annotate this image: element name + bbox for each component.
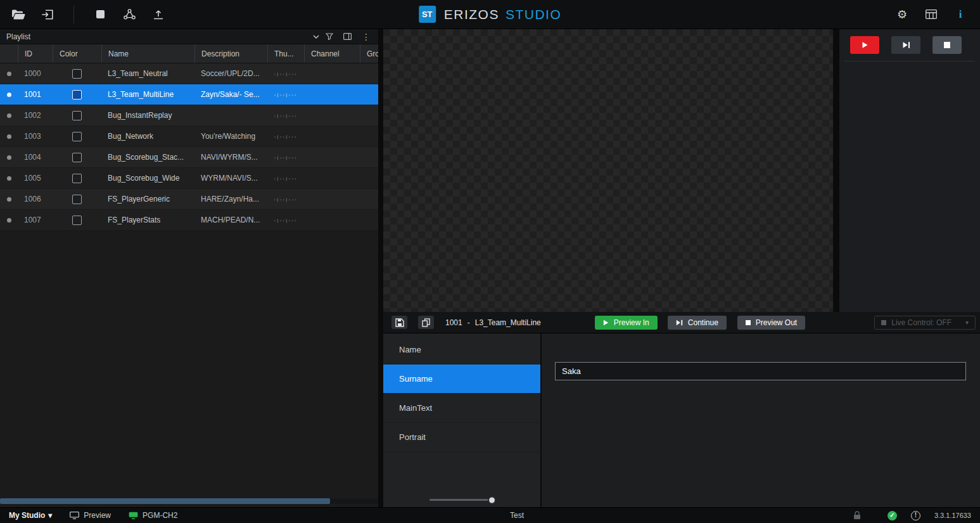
- column-header-grou[interactable]: Grou...: [360, 44, 378, 63]
- property-item-label: Surname: [399, 374, 433, 384]
- playlist-selector[interactable]: Playlist: [6, 32, 326, 41]
- copy-button[interactable]: [418, 316, 434, 329]
- row-color-checkbox[interactable]: [72, 174, 82, 183]
- upload-button[interactable]: [150, 6, 167, 23]
- table-row[interactable]: 1001 L3_Team_MultiLine Zayn/Saka/- Se...…: [0, 84, 378, 105]
- stop-icon: [746, 320, 751, 325]
- row-color-checkbox[interactable]: [72, 153, 82, 162]
- slider-track[interactable]: [430, 499, 494, 501]
- preview-channel-indicator[interactable]: Preview: [70, 511, 111, 520]
- row-id: 1000: [18, 63, 53, 84]
- statusbar: My Studio ▾ Preview PGM-CH2 Test: [0, 507, 980, 523]
- property-value-input[interactable]: [555, 362, 966, 380]
- filter-button[interactable]: [326, 33, 333, 40]
- property-item-name[interactable]: Name: [383, 335, 540, 365]
- column-header-channel[interactable]: Channel: [304, 44, 360, 63]
- column-header-thu[interactable]: Thu...: [267, 44, 304, 63]
- continue-button[interactable]: Continue: [668, 316, 727, 330]
- column-header-status: [0, 44, 18, 63]
- row-channel: [304, 105, 360, 126]
- open-folder-button[interactable]: [10, 6, 27, 23]
- row-group: [360, 126, 378, 146]
- preview-out-button[interactable]: Preview Out: [737, 316, 805, 330]
- statusbar-left: My Studio ▾ Preview PGM-CH2: [9, 511, 177, 520]
- column-header-color[interactable]: Color: [53, 44, 101, 63]
- item-control-bar: 1001 - L3_Team_MultiLine Preview In Cont…: [383, 312, 980, 333]
- toggle-panel-button[interactable]: [343, 33, 352, 40]
- property-item-portrait[interactable]: Portrait: [383, 423, 540, 452]
- live-control-label: Live Control: OFF: [891, 318, 951, 327]
- property-item-surname[interactable]: Surname: [383, 365, 540, 394]
- slider-knob[interactable]: [488, 496, 496, 504]
- stop-button[interactable]: [932, 36, 962, 54]
- row-channel: [304, 189, 360, 209]
- table-row[interactable]: 1003 Bug_Network You're/Watching ›|‹›|‹›…: [0, 126, 378, 147]
- row-channel: [304, 168, 360, 188]
- row-status-dot: [7, 218, 11, 223]
- playlist-title: Playlist: [6, 32, 30, 41]
- lock-indicator[interactable]: [853, 511, 861, 520]
- import-playlist-button[interactable]: [39, 6, 56, 23]
- table-row[interactable]: 1006 FS_PlayerGeneric HARE/Zayn/Ha... ›|…: [0, 189, 378, 210]
- app-logo: ST ERIZOSSTUDIO: [419, 0, 562, 29]
- about-button[interactable]: i: [952, 6, 969, 23]
- cluster-button[interactable]: [121, 6, 137, 23]
- next-button[interactable]: [891, 36, 920, 54]
- row-color-checkbox[interactable]: [72, 111, 82, 120]
- row-description: You're/Watching: [194, 126, 267, 146]
- row-description: Zayn/Saka/- Se...: [194, 84, 267, 105]
- settings-button[interactable]: ⚙: [894, 6, 910, 23]
- row-name: Bug_Scorebug_Wide: [101, 168, 194, 188]
- row-group: [360, 84, 378, 105]
- row-color-checkbox[interactable]: [72, 132, 82, 141]
- row-color-checkbox[interactable]: [72, 216, 82, 225]
- app-title: ERIZOSSTUDIO: [444, 7, 562, 22]
- column-header-id[interactable]: ID: [18, 44, 53, 63]
- notifications-indicator[interactable]: !: [911, 511, 920, 520]
- layout-button[interactable]: [923, 6, 939, 23]
- engine-logo-icon: ›|‹›|‹›‹: [274, 113, 297, 118]
- row-status-dot: [7, 134, 11, 139]
- row-color-checkbox[interactable]: [72, 195, 82, 204]
- studio-label: My Studio: [9, 511, 45, 520]
- preview-channel-label: Preview: [84, 511, 111, 520]
- live-control-dropdown[interactable]: Live Control: OFF ▾: [874, 316, 976, 330]
- table-row[interactable]: 1004 Bug_Scorebug_Stac... NAVI/WYRM/S...…: [0, 147, 378, 168]
- row-color-checkbox[interactable]: [72, 69, 82, 79]
- column-header-name[interactable]: Name: [101, 44, 194, 63]
- stop-all-button[interactable]: [92, 6, 108, 23]
- row-color-checkbox[interactable]: [72, 90, 82, 100]
- row-name: Bug_Network: [101, 126, 194, 146]
- preview-in-button[interactable]: Preview In: [595, 316, 658, 330]
- property-item-label: MainText: [399, 403, 432, 413]
- connection-ok-indicator[interactable]: ✓: [888, 511, 897, 520]
- table-row[interactable]: 1000 L3_Team_Neutral Soccer/UPL/2D... ›|…: [0, 63, 378, 84]
- engine-logo-icon: ›|‹›|‹›‹: [274, 155, 297, 160]
- live-control-icon: [881, 320, 886, 325]
- stop-icon: [944, 42, 950, 48]
- transport-panel: [839, 29, 980, 312]
- property-item-maintext[interactable]: MainText: [383, 394, 540, 423]
- program-channel-indicator[interactable]: PGM-CH2: [129, 511, 177, 520]
- playlist-header-row: IDColorNameDescriptionThu...ChannelGrou.…: [0, 44, 378, 63]
- property-item-label: Name: [399, 345, 421, 354]
- playlist-menu-button[interactable]: ⋮: [362, 32, 371, 41]
- current-item-name: L3_Team_MultiLine: [475, 318, 541, 327]
- row-group: [360, 210, 378, 230]
- horizontal-scrollbar[interactable]: [0, 498, 378, 504]
- table-row[interactable]: 1002 Bug_InstantReplay ›|‹›|‹›‹: [0, 105, 378, 126]
- row-id: 1004: [18, 147, 53, 167]
- preview-canvas: [383, 29, 833, 312]
- main-area: Playlist ⋮: [0, 29, 980, 507]
- studio-selector[interactable]: My Studio ▾: [9, 511, 52, 520]
- statusbar-right: ✓ ! 3.3.1.17633: [853, 511, 971, 520]
- skip-next-icon: [902, 41, 910, 49]
- save-button[interactable]: [391, 316, 407, 329]
- column-header-description[interactable]: Description: [194, 44, 267, 63]
- table-row[interactable]: 1005 Bug_Scorebug_Wide WYRM/NAVI/S... ›|…: [0, 168, 378, 189]
- app-window: ST ERIZOSSTUDIO ⚙ i Playlist: [0, 0, 980, 523]
- list-zoom-slider[interactable]: [383, 499, 540, 501]
- table-row[interactable]: 1007 FS_PlayerStats MACH/PEAD/N... ›|‹›|…: [0, 210, 378, 231]
- scrollbar-thumb[interactable]: [0, 498, 330, 504]
- play-button[interactable]: [850, 36, 879, 54]
